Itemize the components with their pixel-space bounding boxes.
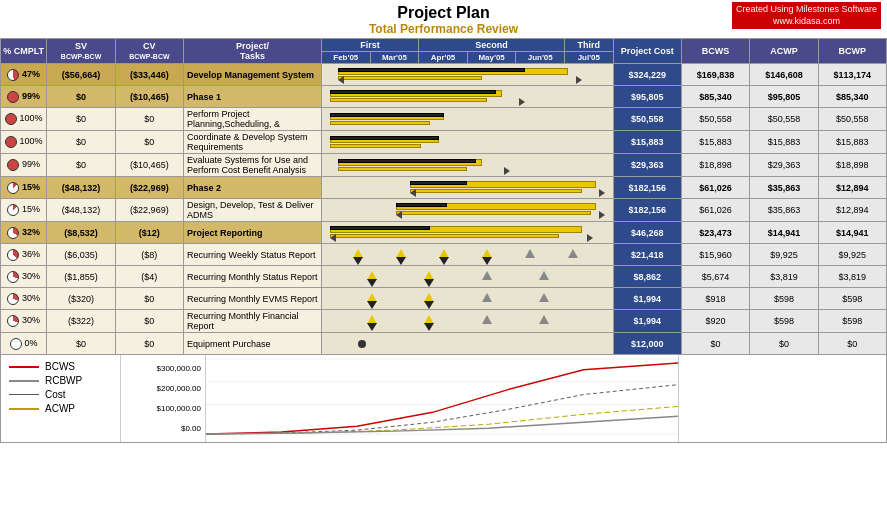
- col-project-tasks: Project/Tasks: [184, 39, 322, 64]
- chart-label-300k: $300,000.00: [125, 364, 201, 373]
- col-month-apr: Apr'05: [419, 52, 468, 64]
- table-row: 30% ($322) $0 Recurring Monthly Financia…: [1, 310, 887, 333]
- legend-area: BCWS RCBWP Cost ACWP: [1, 355, 121, 442]
- chart-svg: [206, 355, 678, 442]
- legend-rcbwp: RCBWP: [9, 375, 112, 386]
- table-row: 99% $0 ($10,465) Evaluate Systems for Us…: [1, 154, 887, 177]
- col-project-cost: Project Cost: [613, 39, 681, 64]
- gantt-row-2: [321, 108, 613, 131]
- col-first: First: [321, 39, 418, 52]
- gantt-row-12: [321, 333, 613, 355]
- pct-cell: 47%: [1, 64, 47, 86]
- progress-circle: [7, 293, 19, 305]
- chart-right-space: [678, 355, 886, 442]
- cost-line: [9, 394, 39, 395]
- progress-circle: [7, 182, 19, 194]
- page-title: Project Plan: [369, 4, 518, 22]
- legend-acwp: ACWP: [9, 403, 112, 414]
- gantt-row-9: [321, 266, 613, 288]
- chart-label-0: $0.00: [125, 424, 201, 433]
- header: Project Plan Total Performance Review Cr…: [0, 0, 887, 38]
- progress-circle: [7, 249, 19, 261]
- legend-cost: Cost: [9, 389, 112, 400]
- progress-circle: [7, 159, 19, 171]
- progress-circle: [5, 136, 17, 148]
- gantt-row-6: [321, 199, 613, 222]
- progress-circle: [7, 91, 19, 103]
- table-row: 30% ($320) $0 Recurring Monthly EVMS Rep…: [1, 288, 887, 310]
- table-row: 15% ($48,132) ($22,969) Phase 2 $182,156…: [1, 177, 887, 199]
- page-subtitle: Total Performance Review: [369, 22, 518, 36]
- header-title: Project Plan Total Performance Review: [369, 4, 518, 36]
- col-month-jun: Jun'05: [516, 52, 565, 64]
- bottom-area: BCWS RCBWP Cost ACWP $300,000.00 $200,00…: [0, 355, 887, 443]
- gantt-row-10: [321, 288, 613, 310]
- project-table: % CMPLT SVBCWP-BCW CVBCWP-BCW Project/Ta…: [0, 38, 887, 355]
- progress-circle: [7, 315, 19, 327]
- col-month-feb: Feb'05: [321, 52, 370, 64]
- progress-circle: [7, 271, 19, 283]
- gantt-row-0: [321, 64, 613, 86]
- progress-circle: [5, 113, 17, 125]
- header-badge: Created Using Milestones Software www.ki…: [732, 2, 881, 29]
- col-bcws: BCWS: [681, 39, 749, 64]
- gantt-row-3: [321, 131, 613, 154]
- legend-bcws-label: BCWS: [45, 361, 75, 372]
- gantt-row-8: [321, 244, 613, 266]
- table-row: 100% $0 $0 Perform Project Planning,Sche…: [1, 108, 887, 131]
- acwp-line: [9, 408, 39, 410]
- gantt-row-11: [321, 310, 613, 333]
- gantt-row-7: [321, 222, 613, 244]
- legend-bcws: BCWS: [9, 361, 112, 372]
- col-bcwp: BCWP: [818, 39, 886, 64]
- rcbwp-line: [9, 380, 39, 382]
- col-month-mar: Mar'05: [370, 52, 419, 64]
- col-month-jul: Jul'05: [565, 52, 614, 64]
- progress-circle: [7, 69, 19, 81]
- chart-label-100k: $100,000.00: [125, 404, 201, 413]
- legend-cost-label: Cost: [45, 389, 66, 400]
- col-month-may: May'05: [467, 52, 516, 64]
- gantt-row-5: [321, 177, 613, 199]
- chart-label-200k: $200,000.00: [125, 384, 201, 393]
- table-row: 99% $0 ($10,465) Phase 1 $95,805 $85,340…: [1, 86, 887, 108]
- col-acwp: ACWP: [750, 39, 818, 64]
- progress-circle: [7, 227, 19, 239]
- bcws-line: [9, 366, 39, 368]
- progress-circle: [10, 338, 22, 350]
- table-row: 32% ($8,532) ($12) Project Reporting $46…: [1, 222, 887, 244]
- col-cv: CVBCWP-BCW: [115, 39, 183, 64]
- gantt-row-4: [321, 154, 613, 177]
- col-pct-cmplt: % CMPLT: [1, 39, 47, 64]
- table-row: 0% $0 $0 Equipment Purchase $12,000 $0 $…: [1, 333, 887, 355]
- legend-rcbwp-label: RCBWP: [45, 375, 82, 386]
- progress-circle: [7, 204, 19, 216]
- table-row: 100% $0 $0 Coordinate & Develop System R…: [1, 131, 887, 154]
- col-second: Second: [419, 39, 565, 52]
- table-row: 30% ($1,855) ($4) Recurring Monthly Stat…: [1, 266, 887, 288]
- legend-acwp-label: ACWP: [45, 403, 75, 414]
- col-third: Third: [565, 39, 614, 52]
- table-row: 36% ($6,035) ($8) Recurring Weekly Statu…: [1, 244, 887, 266]
- chart-area: [206, 355, 678, 442]
- col-sv: SVBCWP-BCW: [47, 39, 115, 64]
- table-row: 47% ($56,664) ($33,446) Develop Manageme…: [1, 64, 887, 86]
- table-row: 15% ($48,132) ($22,969) Design, Develop,…: [1, 199, 887, 222]
- gantt-row-1: [321, 86, 613, 108]
- chart-labels: $300,000.00 $200,000.00 $100,000.00 $0.0…: [121, 355, 206, 442]
